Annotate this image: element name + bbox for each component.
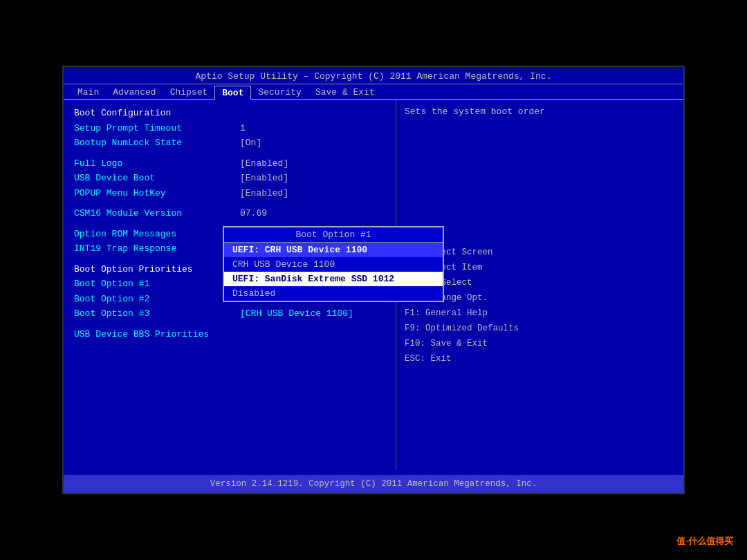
usb-bbs-row[interactable]: USB Device BBS Priorities [74, 328, 385, 342]
help-select-item: ↑↓: Select Item [405, 261, 675, 274]
dropdown-item-3[interactable]: Disabled [224, 286, 443, 301]
boot-option2-label: Boot Option #2 [74, 292, 240, 306]
bottom-bar: Version 2.14.1219. Copyright (C) 2011 Am… [64, 475, 683, 493]
nav-main[interactable]: Main [71, 86, 106, 99]
nav-save-exit[interactable]: Save & Exit [308, 86, 382, 99]
dropdown-title: Boot Option #1 [224, 227, 443, 243]
title-text: Aptio Setup Utility – Copyright (C) 2011… [196, 71, 552, 82]
dropdown-item-1[interactable]: CRH USB Device 1100 [224, 257, 443, 272]
csm16-module-label: CSM16 Module Version [74, 207, 240, 221]
popup-menu-hotkey-label: POPUP Menu HotKey [74, 187, 240, 200]
full-logo-row[interactable]: Full Logo [Enabled] [74, 157, 385, 171]
title-bar: Aptio Setup Utility – Copyright (C) 2011… [64, 67, 683, 84]
help-select-screen: ←→: Select Screen [405, 245, 675, 259]
csm16-module-value: 07.69 [240, 207, 267, 221]
setup-prompt-row[interactable]: Setup Prompt Timeout 1 [74, 122, 385, 136]
boot-config-label: Boot Configuration [74, 106, 240, 120]
usb-bbs-label: USB Device BBS Priorities [74, 328, 240, 342]
full-logo-value: [Enabled] [240, 157, 288, 171]
setup-prompt-value: 1 [240, 122, 246, 136]
nav-bar: Main Advanced Chipset Boot Security Save… [64, 84, 683, 100]
bios-screen: Aptio Setup Utility – Copyright (C) 2011… [62, 66, 685, 494]
bootup-numlock-label: Bootup NumLock State [74, 136, 240, 150]
boot-option1-label: Boot Option #1 [74, 277, 240, 291]
nav-advanced[interactable]: Advanced [106, 86, 163, 99]
help-f9: F9: Optimized Defaults [405, 321, 675, 335]
boot-priorities-label: Boot Option Priorities [74, 263, 240, 277]
usb-device-boot-row[interactable]: USB Device Boot [Enabled] [74, 171, 385, 185]
dropdown-item-0[interactable]: UEFI: CRH USB Device 1100 [224, 243, 443, 257]
help-esc: ESC: Exit [405, 352, 675, 366]
nav-chipset[interactable]: Chipset [163, 86, 215, 99]
watermark: 值·什么值得买 [676, 535, 733, 548]
boot-config-section: Boot Configuration [74, 106, 385, 120]
bootup-numlock-row[interactable]: Bootup NumLock State [On] [74, 136, 385, 150]
right-description: Sets the system boot order [405, 106, 675, 117]
usb-device-boot-value: [Enabled] [240, 171, 288, 185]
help-enter: Enter: Select [405, 276, 675, 290]
bottom-bar-text: Version 2.14.1219. Copyright (C) 2011 Am… [210, 479, 537, 489]
full-logo-label: Full Logo [74, 157, 240, 171]
nav-boot[interactable]: Boot [214, 86, 251, 100]
help-f1: F1: General Help [405, 306, 675, 320]
help-change-opt: +/-: Change Opt. [405, 291, 675, 305]
boot-option-dropdown[interactable]: Boot Option #1 UEFI: CRH USB Device 1100… [223, 226, 444, 302]
help-f10: F10: Save & Exit [405, 337, 675, 351]
content-area: Boot Configuration Setup Prompt Timeout … [64, 100, 683, 470]
setup-prompt-label: Setup Prompt Timeout [74, 122, 240, 136]
int19-trap-label: INT19 Trap Response [74, 242, 240, 256]
csm16-module-row: CSM16 Module Version 07.69 [74, 207, 385, 221]
boot-option3-label: Boot Option #3 [74, 307, 240, 321]
usb-device-boot-label: USB Device Boot [74, 171, 240, 185]
boot-option3-value: [CRH USB Device 1100] [240, 307, 353, 321]
nav-security[interactable]: Security [251, 86, 308, 99]
bootup-numlock-value: [On] [240, 136, 261, 150]
left-panel: Boot Configuration Setup Prompt Timeout … [64, 100, 396, 470]
dropdown-item-2[interactable]: UEFI: SanDisk Extreme SSD 1012 [224, 272, 443, 286]
boot-option3-row[interactable]: Boot Option #3 [CRH USB Device 1100] [74, 307, 385, 321]
popup-menu-hotkey-value: [Enabled] [240, 187, 288, 200]
popup-menu-hotkey-row[interactable]: POPUP Menu HotKey [Enabled] [74, 187, 385, 200]
option-rom-label: Option ROM Messages [74, 227, 240, 241]
